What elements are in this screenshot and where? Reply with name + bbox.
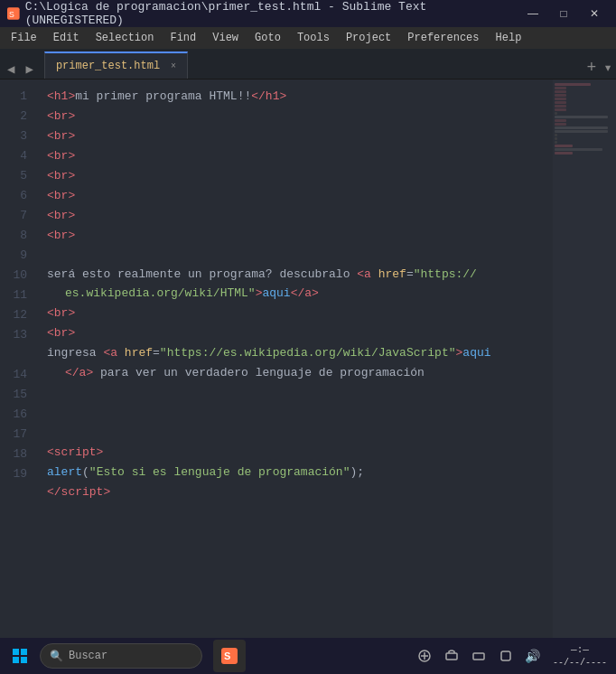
code-line-10b: es.wikipedia.org/wiki/HTML">aqui</a> (47, 285, 553, 304)
code-line-1: <h1>mi primer programa HTML!!</h1> (47, 87, 553, 107)
search-label: Buscar (69, 650, 107, 662)
tab-bar-actions: + ▾ (583, 59, 612, 79)
sublime-icon: S (221, 648, 238, 664)
line-num-14: 14 (0, 365, 38, 385)
code-line-4: <br> (47, 146, 553, 166)
tab-next-arrow[interactable]: ▶ (22, 60, 36, 79)
taskbar: 🔍 Buscar S 🔊 —:— --/--/---- (0, 638, 616, 674)
code-line-14 (47, 384, 553, 404)
minimap (553, 80, 616, 651)
line-num-6: 6 (0, 186, 38, 206)
tab-close-button[interactable]: × (171, 61, 176, 71)
line-num-17: 17 (0, 425, 38, 445)
line-numbers: 1 2 3 4 5 6 7 8 9 10 11 12 13 13 14 15 1… (0, 80, 38, 651)
svg-text:S: S (9, 10, 14, 19)
code-line-11: <br> (47, 304, 553, 324)
search-icon: 🔍 (50, 650, 63, 663)
code-line-17: <script> (47, 444, 553, 463)
tray-icon-4[interactable] (493, 643, 518, 669)
menu-tools[interactable]: Tools (290, 28, 337, 48)
line-num-19: 19 (0, 464, 38, 484)
tab-label: primer_test.html (56, 60, 160, 72)
tab-primer-test[interactable]: primer_test.html × (44, 51, 188, 79)
line-num-3: 3 (0, 126, 38, 146)
line-num-9: 9 (0, 246, 38, 266)
system-time: —:— --/--/---- (547, 643, 612, 668)
windows-icon (12, 648, 28, 664)
tab-bar: ◀ ▶ primer_test.html × + ▾ (0, 49, 616, 80)
title-bar: S C:\Logica de programacion\primer_test.… (0, 0, 616, 27)
code-line-6: <br> (47, 186, 553, 206)
editor: 1 2 3 4 5 6 7 8 9 10 11 12 13 13 14 15 1… (0, 80, 616, 651)
new-tab-button[interactable]: + (583, 59, 601, 77)
code-line-8: <br> (47, 226, 553, 246)
line-num-10: 10 (0, 266, 38, 286)
svg-text:S: S (224, 651, 230, 661)
code-line-10: será esto realmente un programa? descubr… (47, 266, 553, 285)
code-line-12: <br> (47, 324, 553, 344)
line-num-8: 8 (0, 226, 38, 246)
taskbar-search[interactable]: 🔍 Buscar (40, 643, 202, 669)
svg-rect-6 (13, 657, 19, 663)
svg-rect-7 (21, 657, 27, 663)
tab-overflow-button[interactable]: ▾ (603, 59, 612, 77)
line-num-5: 5 (0, 166, 38, 186)
tab-nav-arrows: ◀ ▶ (4, 60, 44, 79)
tray-icon-5[interactable]: 🔊 (520, 643, 546, 669)
line-num-16: 16 (0, 405, 38, 425)
menu-find[interactable]: Find (163, 28, 203, 48)
title-bar-left: S C:\Logica de programacion\primer_test.… (7, 0, 518, 27)
code-line-15 (47, 404, 553, 424)
code-line-5: <br> (47, 166, 553, 186)
line-num-11: 11 (0, 286, 38, 305)
close-button[interactable]: ✕ (580, 4, 609, 23)
menu-project[interactable]: Project (339, 28, 398, 48)
start-button[interactable] (4, 640, 36, 672)
title-bar-controls: — □ ✕ (518, 4, 609, 23)
minimize-button[interactable]: — (518, 4, 547, 23)
tray-icons: 🔊 —:— --/--/---- (412, 643, 612, 669)
svg-rect-14 (473, 653, 484, 660)
line-num-4: 4 (0, 146, 38, 166)
svg-rect-15 (501, 651, 510, 660)
menu-bar: File Edit Selection Find View Goto Tools… (0, 27, 616, 49)
code-line-19: </script> (47, 483, 553, 503)
code-line-3: <br> (47, 126, 553, 146)
line-num-12: 12 (0, 305, 38, 325)
line-num-1: 1 (0, 87, 38, 107)
tray-icon-1[interactable] (412, 643, 437, 669)
menu-help[interactable]: Help (489, 28, 529, 48)
menu-edit[interactable]: Edit (46, 28, 87, 48)
code-line-13: ingresa <a href="https://es.wikipedia.or… (47, 344, 553, 364)
line-num-7: 7 (0, 206, 38, 226)
tray-icon-2[interactable] (439, 643, 464, 669)
svg-rect-4 (13, 649, 19, 655)
code-line-7: <br> (47, 206, 553, 226)
code-editor[interactable]: <h1>mi primer programa HTML!!</h1> <br> … (38, 80, 553, 651)
svg-rect-13 (446, 653, 457, 660)
minimap-content (553, 80, 616, 159)
tab-prev-arrow[interactable]: ◀ (4, 60, 18, 79)
code-line-13b: </a> para ver un verdadero lenguaje de p… (47, 364, 553, 384)
svg-rect-5 (21, 649, 27, 655)
menu-selection[interactable]: Selection (89, 28, 162, 48)
code-line-2: <br> (47, 107, 553, 126)
title-bar-text: C:\Logica de programacion\primer_test.ht… (25, 0, 518, 27)
code-line-9 (47, 246, 553, 266)
maximize-button[interactable]: □ (549, 4, 578, 23)
line-num-18: 18 (0, 445, 38, 464)
taskbar-sublime[interactable]: S (213, 640, 246, 672)
menu-file[interactable]: File (4, 28, 44, 48)
line-num-15: 15 (0, 385, 38, 405)
menu-goto[interactable]: Goto (247, 28, 288, 48)
menu-view[interactable]: View (205, 28, 246, 48)
app-icon: S (7, 7, 20, 20)
code-line-18: alert("Esto si es lenguaje de programaci… (47, 463, 553, 483)
line-num-13: 13 (0, 325, 38, 345)
line-num-2: 2 (0, 107, 38, 126)
tray-icon-3[interactable] (466, 643, 491, 669)
code-line-16 (47, 424, 553, 444)
menu-preferences[interactable]: Preferences (400, 28, 486, 48)
